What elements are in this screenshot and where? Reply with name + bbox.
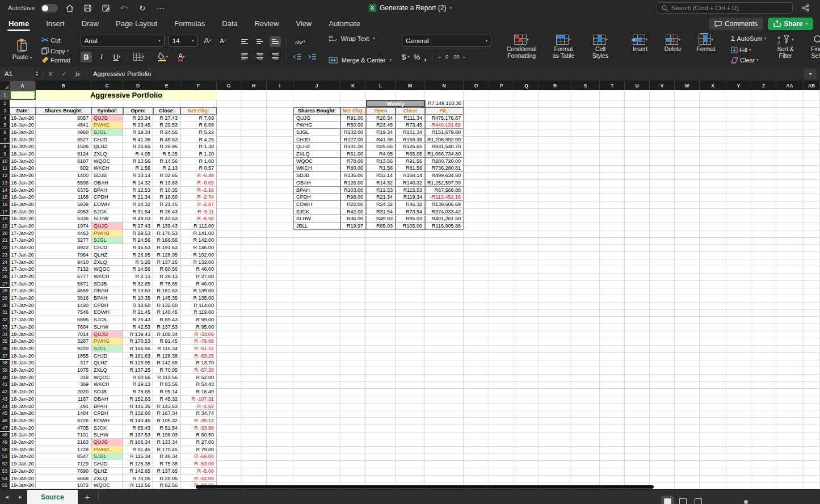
cell-E52[interactable]: R 75.38 bbox=[153, 460, 180, 468]
cell-F49[interactable]: R 27.00 bbox=[180, 439, 217, 446]
cell-C24[interactable]: ZXLQ bbox=[91, 259, 123, 266]
cell-E27[interactable]: R 78.65 bbox=[153, 280, 180, 288]
column-header-F[interactable]: F bbox=[180, 81, 217, 90]
cell-A52[interactable]: 19-Jan-20 bbox=[10, 460, 36, 468]
cell-B29[interactable]: 3816 bbox=[36, 295, 91, 302]
column-header-I[interactable]: I bbox=[267, 81, 293, 90]
cell-E30[interactable]: R 132.60 bbox=[153, 302, 180, 309]
side-header-1[interactable]: Net Chg: bbox=[340, 107, 366, 115]
undo-icon[interactable]: ↶▾ bbox=[118, 2, 131, 14]
cell-E51[interactable]: R 46.34 bbox=[153, 453, 180, 461]
cell-K15[interactable]: R98.00 bbox=[340, 194, 366, 201]
main-header-1[interactable]: Shares Bought: bbox=[36, 107, 91, 115]
more-commands-icon[interactable]: ⋯ bbox=[154, 2, 167, 14]
cell-B14[interactable]: 6375 bbox=[36, 187, 91, 194]
cell-M12[interactable]: R168.14 bbox=[396, 172, 425, 179]
cell-L7[interactable]: R41.38 bbox=[366, 136, 396, 144]
row-header-51[interactable]: 51 bbox=[0, 453, 10, 461]
tab-insert[interactable]: Insert bbox=[45, 17, 66, 30]
column-header-H[interactable]: H bbox=[241, 81, 267, 90]
cell-E4[interactable]: R 27.43 bbox=[153, 115, 180, 122]
row-header-48[interactable]: 48 bbox=[0, 432, 10, 439]
main-header-2[interactable]: Symbol: bbox=[91, 107, 123, 115]
column-header-D[interactable]: D bbox=[123, 81, 153, 90]
cell-B35[interactable]: 3287 bbox=[36, 338, 91, 345]
row-header-25[interactable]: 25 bbox=[0, 266, 10, 273]
cell-M19[interactable]: R105.00 bbox=[396, 222, 425, 230]
cell-E15[interactable]: R 18.60 bbox=[153, 194, 180, 201]
save-as-icon[interactable] bbox=[100, 2, 112, 14]
cell-B49[interactable]: 2163 bbox=[36, 439, 91, 446]
cell-D12[interactable]: R 33.14 bbox=[123, 172, 153, 179]
column-header-V[interactable]: V bbox=[650, 81, 675, 90]
font-size-select[interactable]: 14▾ bbox=[169, 35, 198, 47]
cell-D44[interactable]: R 145.35 bbox=[123, 403, 153, 410]
cell-B21[interactable]: 3277 bbox=[36, 237, 91, 245]
cell-D14[interactable]: R 12.53 bbox=[123, 187, 153, 194]
row-header-23[interactable]: 23 bbox=[0, 251, 10, 259]
cell-B16[interactable]: 5939 bbox=[36, 201, 91, 208]
cell-A12[interactable]: 16-Jan-20 bbox=[10, 172, 36, 179]
cell-C30[interactable]: CPDH bbox=[91, 302, 123, 309]
cell-B43[interactable]: 1167 bbox=[36, 396, 91, 403]
cell-A11[interactable]: 16-Jan-20 bbox=[10, 165, 36, 173]
cell-N18[interactable]: R401,261.50 bbox=[425, 216, 464, 223]
cell-D6[interactable]: R 19.34 bbox=[123, 129, 153, 136]
cell-E11[interactable]: R 2.13 bbox=[153, 165, 180, 173]
cell-A36[interactable]: 18-Jan-20 bbox=[10, 345, 36, 352]
cell-F25[interactable]: R 46.00 bbox=[180, 266, 217, 273]
row-header-6[interactable]: 6 bbox=[0, 129, 10, 136]
cell-B34[interactable]: 7014 bbox=[36, 331, 91, 338]
row-header-55[interactable]: 55 bbox=[0, 482, 10, 489]
cell-B52[interactable]: 7129 bbox=[36, 460, 91, 468]
cell-F41[interactable]: R 54.43 bbox=[180, 381, 217, 389]
cell-J18[interactable]: SLHW bbox=[293, 216, 340, 223]
row-header-46[interactable]: 46 bbox=[0, 417, 10, 425]
cell-A25[interactable]: 17-Jan-20 bbox=[10, 266, 36, 273]
cell-B20[interactable]: 4463 bbox=[36, 230, 91, 237]
cell-M16[interactable]: R46.32 bbox=[396, 201, 425, 208]
cell-E22[interactable]: R 191.63 bbox=[153, 244, 180, 251]
cell-C48[interactable]: SLHW bbox=[91, 432, 123, 439]
cell-C26[interactable]: WKCH bbox=[91, 273, 123, 280]
column-header-P[interactable]: P bbox=[489, 81, 514, 90]
cell-B38[interactable]: 317 bbox=[36, 360, 91, 367]
cell-E35[interactable]: R 91.45 bbox=[153, 338, 180, 345]
cell-J16[interactable]: EOWH bbox=[293, 201, 340, 208]
cell-B28[interactable]: 4659 bbox=[36, 288, 91, 295]
cell-B46[interactable]: 8726 bbox=[36, 417, 91, 425]
row-header-27[interactable]: 27 bbox=[0, 280, 10, 288]
cell-C52[interactable]: CHJD bbox=[91, 460, 123, 468]
cell-D8[interactable]: R 25.65 bbox=[123, 144, 153, 151]
column-header-AA[interactable]: AA bbox=[776, 81, 804, 90]
cell-B36[interactable]: 9220 bbox=[36, 345, 91, 352]
row-header-24[interactable]: 24 bbox=[0, 259, 10, 266]
row-header-21[interactable]: 21 bbox=[0, 237, 10, 245]
cell-L14[interactable]: R12.53 bbox=[366, 187, 396, 194]
cell-F18[interactable]: R -6.50 bbox=[180, 216, 217, 223]
cell-A47[interactable]: 18-Jan-20 bbox=[10, 425, 36, 432]
cell-N14[interactable]: R67,568.88 bbox=[425, 187, 464, 194]
redo-icon[interactable]: ↻ bbox=[136, 2, 149, 14]
doc-title-chevron-icon[interactable]: ▾ bbox=[449, 6, 452, 10]
paste-button[interactable]: Paste ▾ bbox=[7, 39, 37, 60]
column-header-AB[interactable]: AB bbox=[804, 81, 820, 90]
format-painter-button[interactable]: Format bbox=[41, 56, 70, 64]
column-header-O[interactable]: O bbox=[464, 81, 489, 90]
column-header-L[interactable]: L bbox=[366, 81, 396, 90]
cell-F27[interactable]: R 46.00 bbox=[180, 280, 217, 288]
column-header-W[interactable]: W bbox=[675, 81, 700, 90]
cell-A5[interactable]: 16-Jan-20 bbox=[10, 121, 36, 129]
cell-D41[interactable]: R 29.13 bbox=[123, 381, 153, 389]
cell-F31[interactable]: R 119.00 bbox=[180, 309, 217, 317]
cell-L10[interactable]: R13.56 bbox=[366, 158, 396, 165]
name-box[interactable]: A1 bbox=[0, 67, 33, 81]
cell-K9[interactable]: R61.00 bbox=[340, 150, 366, 158]
row-header-50[interactable]: 50 bbox=[0, 446, 10, 453]
cell-B33[interactable]: 7604 bbox=[36, 324, 91, 331]
sheet-tab-source[interactable]: Source bbox=[27, 490, 78, 504]
column-header-R[interactable]: R bbox=[539, 81, 571, 90]
cell-D29[interactable]: R 10.35 bbox=[123, 295, 153, 302]
cell-D15[interactable]: R 21.34 bbox=[123, 194, 153, 201]
cell-C15[interactable]: CPDH bbox=[91, 194, 123, 201]
